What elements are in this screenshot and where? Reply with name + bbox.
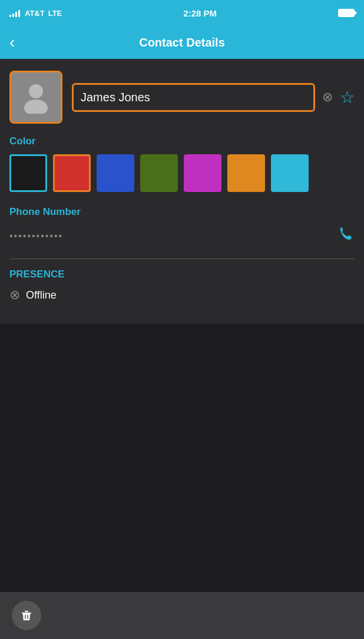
color-swatch-black[interactable] — [9, 154, 47, 192]
color-section-label: Color — [9, 135, 355, 147]
status-bar: AT&T LTE 2:28 PM — [0, 0, 364, 26]
divider — [9, 259, 355, 259]
signal-bar-1 — [9, 15, 11, 17]
signal-bar-2 — [12, 14, 14, 17]
delete-button[interactable] — [12, 601, 41, 630]
svg-point-0 — [29, 84, 43, 98]
signal-bar-3 — [15, 12, 17, 17]
color-swatch-orange[interactable] — [227, 154, 265, 192]
avatar-person-icon — [18, 78, 54, 116]
color-swatch-red[interactable] — [53, 154, 91, 192]
content-area: ⊗ ☆ Color Phone Number •••••••••••• PRES… — [0, 59, 364, 324]
favorite-button[interactable]: ☆ — [340, 88, 355, 107]
status-left: AT&T LTE — [9, 9, 62, 18]
presence-status-label: Offline — [26, 289, 57, 302]
presence-section: PRESENCE ⊗ Offline — [9, 269, 355, 303]
status-time: 2:28 PM — [183, 8, 217, 18]
nav-bar: ‹ Contact Details — [0, 26, 364, 59]
signal-bar-4 — [18, 10, 20, 17]
phone-row: •••••••••••• — [9, 225, 355, 247]
status-right — [338, 9, 355, 17]
contact-name-input[interactable] — [81, 91, 306, 104]
color-swatches — [9, 154, 355, 192]
back-button[interactable]: ‹ — [9, 34, 15, 51]
svg-rect-2 — [22, 612, 31, 614]
phone-section-label: Phone Number — [9, 206, 355, 218]
avatar[interactable] — [9, 71, 62, 124]
color-swatch-blue[interactable] — [97, 154, 134, 192]
phone-number-value: •••••••••••• — [9, 231, 327, 241]
svg-rect-3 — [25, 611, 28, 612]
clear-name-button[interactable]: ⊗ — [322, 90, 333, 105]
signal-bars — [9, 9, 20, 17]
name-input-wrapper — [72, 83, 315, 112]
carrier-label: AT&T — [25, 9, 45, 18]
color-swatch-purple[interactable] — [184, 154, 221, 192]
color-swatch-cyan[interactable] — [271, 154, 309, 192]
network-label: LTE — [48, 9, 62, 18]
contact-header: ⊗ ☆ — [9, 71, 355, 124]
battery-icon — [338, 9, 355, 17]
svg-point-1 — [24, 100, 48, 114]
call-button[interactable] — [337, 225, 355, 247]
bottom-bar — [0, 592, 364, 639]
battery-fill — [339, 10, 353, 16]
offline-icon: ⊗ — [9, 287, 20, 303]
presence-label: PRESENCE — [9, 269, 355, 280]
presence-status: ⊗ Offline — [9, 287, 355, 303]
color-swatch-olive[interactable] — [140, 154, 178, 192]
name-area: ⊗ ☆ — [72, 83, 355, 112]
page-title: Contact Details — [139, 36, 225, 49]
